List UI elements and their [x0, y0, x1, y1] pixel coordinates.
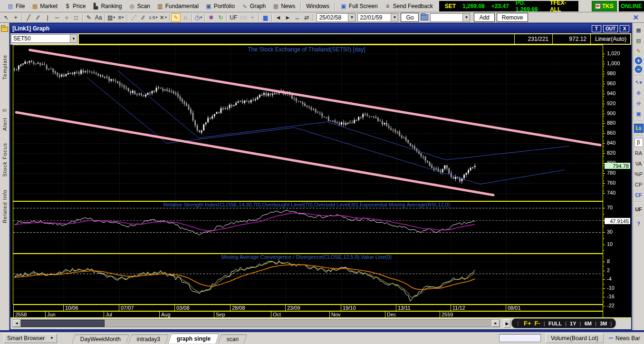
line-scale-button[interactable]: Ls	[634, 124, 644, 133]
scrollbar-thumb[interactable]	[21, 320, 105, 327]
remove-button[interactable]: Remove	[497, 13, 529, 22]
titlebar-close-button[interactable]: X	[620, 25, 629, 32]
sidebar-tab-stock-focus[interactable]: Stock Focus	[2, 143, 8, 177]
uf-button[interactable]: UF	[634, 205, 644, 214]
remove-circle-icon[interactable]: −	[635, 66, 642, 73]
date-from-combo[interactable]: 25/02/58 ▼	[317, 13, 356, 22]
volume-board-lot-button[interactable]: Volume(Board Lot)	[546, 334, 604, 343]
zoom-button-fplus[interactable]: F+	[524, 320, 531, 327]
pointer-mode-dropdown[interactable]: ↖▾	[634, 78, 644, 87]
va-button[interactable]: VA	[634, 159, 644, 168]
palette-tool[interactable]: ✱	[206, 13, 216, 22]
fan-lines-tool[interactable]: ⋰	[129, 13, 138, 22]
menu-item-scan[interactable]: ◎Scan	[125, 2, 153, 10]
wave-count-dropdown[interactable]: 1-5▾	[148, 13, 158, 22]
line-style-dropdown[interactable]: ≡▾	[116, 13, 125, 22]
screen-icon[interactable]: ▣	[634, 109, 644, 118]
workspace-tab-graph-single[interactable]: graph single	[168, 334, 219, 344]
mini-chart-tool[interactable]: ▆	[260, 13, 270, 22]
close-icon[interactable]: ✕	[629, 13, 643, 22]
pointer-tool[interactable]: ↖	[1, 13, 11, 22]
nav-forward-button[interactable]: ►	[283, 13, 292, 22]
scroll-right-button[interactable]: ►	[492, 320, 500, 327]
rectangle-tool[interactable]: □	[71, 13, 81, 22]
news-bar-toggle[interactable]: ≔ News Bar	[608, 335, 640, 342]
sidebar-tab-related-info[interactable]: Related Info	[2, 189, 8, 223]
date-from-dropdown-icon[interactable]: ▼	[348, 14, 355, 21]
symbol-dropdown-icon[interactable]: ▼	[70, 35, 77, 42]
percent-p-button[interactable]: %P	[634, 169, 644, 178]
template-combo[interactable]: ▼	[430, 13, 470, 22]
zoom-button-full[interactable]: FULL	[548, 321, 562, 326]
data-table-icon[interactable]: ▦	[634, 26, 644, 35]
menu-item-ranking[interactable]: ▙Ranking	[89, 2, 125, 10]
menu-item-send-feedback[interactable]: ≡Send Feedback	[381, 2, 436, 10]
menu-item-graph[interactable]: ∿Graph	[238, 2, 269, 10]
beta-button[interactable]: β	[634, 138, 643, 147]
parallel-lines-tool[interactable]: ∕∕	[33, 13, 43, 22]
channel-tool[interactable]: ∕∕	[138, 13, 148, 22]
ellipse-tool[interactable]: ○	[62, 13, 71, 22]
user-tool[interactable]: ✦	[248, 13, 257, 22]
scrollbar-track[interactable]: ◄ ►	[12, 319, 500, 327]
stat-scale-mode[interactable]: Linear(Auto)	[590, 34, 630, 44]
zoom-button-6m[interactable]: 6M	[585, 321, 592, 326]
add-circle-icon[interactable]: +	[635, 57, 642, 64]
note-tool[interactable]: ✎	[84, 13, 94, 22]
zoom-in-icon[interactable]: ⊕	[634, 88, 644, 98]
date-to-dropdown-icon[interactable]: ▼	[391, 14, 398, 21]
horizontal-line-tool[interactable]: ─	[52, 13, 62, 22]
ra-button[interactable]: RA	[634, 148, 644, 157]
help-icon[interactable]: ?	[634, 219, 644, 228]
hatch-pattern-dropdown[interactable]: ▨▾	[106, 13, 116, 22]
symbol-combo[interactable]: SET50 ▼	[11, 34, 77, 43]
nav-end-button[interactable]: ⇄	[302, 13, 311, 22]
cp-button[interactable]: CP	[634, 180, 644, 189]
chart-add-icon[interactable]: ▧	[634, 36, 644, 45]
add-button[interactable]: Add	[474, 13, 494, 22]
menu-item-price[interactable]: $Price	[61, 2, 89, 10]
edit-note-icon[interactable]: ✎	[634, 47, 644, 56]
date-to-combo[interactable]: 22/01/59 ▼	[357, 13, 398, 22]
delete-drawing-dropdown[interactable]: ✕▾	[158, 13, 168, 22]
uf-tool[interactable]: UF	[229, 13, 238, 22]
menu-item-market[interactable]: ▦Market	[28, 2, 61, 10]
go-button[interactable]: Go	[401, 13, 419, 22]
template-dropdown-icon[interactable]: ▼	[462, 14, 470, 21]
zoom-button-3m[interactable]: 3M	[600, 321, 607, 326]
refresh-tool[interactable]: ↻	[216, 13, 225, 22]
function-tool[interactable]: ƒ(x)	[238, 13, 248, 22]
scroll-left-button[interactable]: ◄	[13, 320, 20, 327]
nav-expand-button[interactable]: ↔	[292, 13, 302, 22]
sidebar-tab-alert[interactable]: Alert	[2, 118, 8, 131]
menu-item-fundamental[interactable]: ▥Fundamental	[154, 2, 202, 10]
workspace-tab-intraday3[interactable]: intraday3	[128, 334, 169, 344]
template-folder-icon[interactable]	[421, 14, 428, 20]
trendline-tool[interactable]: ╱	[24, 13, 33, 22]
chart-canvas[interactable]	[10, 45, 631, 318]
menu-item-portfolio[interactable]: ▣Portfolio	[202, 2, 238, 10]
titlebar-out-button[interactable]: OUT	[603, 25, 618, 32]
zoom-expand-arrow[interactable]: ▶	[504, 319, 510, 328]
folder-icon[interactable]	[1, 27, 8, 32]
magnet-tool[interactable]: ∩	[181, 13, 190, 22]
zoom-out-icon[interactable]: ⊖	[634, 99, 644, 108]
titlebar-t-button[interactable]: T	[592, 25, 601, 32]
vertical-line-tool[interactable]: |	[43, 13, 52, 22]
zoom-button-fminus[interactable]: F-	[535, 320, 540, 327]
zoom-button-1y[interactable]: 1Y	[570, 321, 576, 326]
menu-item-file[interactable]: ▤File	[4, 2, 28, 10]
nav-back-button[interactable]: ◄	[273, 13, 283, 22]
workspace-tab-dayweekmonth[interactable]: DayWeekMonth	[72, 334, 129, 344]
pencil-tool[interactable]: ✎	[171, 13, 181, 22]
text-tool[interactable]: Aa	[94, 13, 103, 22]
menu-item-full-screen[interactable]: ▣Full Screen	[337, 2, 381, 10]
smart-browser-button[interactable]: Smart Browser ▼	[4, 334, 57, 343]
clock-dropdown[interactable]: ◷▾	[193, 13, 203, 22]
workspace-tab-scan[interactable]: scan	[218, 334, 248, 344]
crosshair-tool[interactable]: +	[11, 13, 20, 22]
status-input[interactable]	[499, 334, 541, 342]
menu-item-news[interactable]: ▦News	[269, 2, 298, 10]
cf-button[interactable]: CF	[634, 190, 644, 199]
chart-area[interactable]: The Stock Exchange of Thailand(SET50) [d…	[10, 45, 631, 318]
